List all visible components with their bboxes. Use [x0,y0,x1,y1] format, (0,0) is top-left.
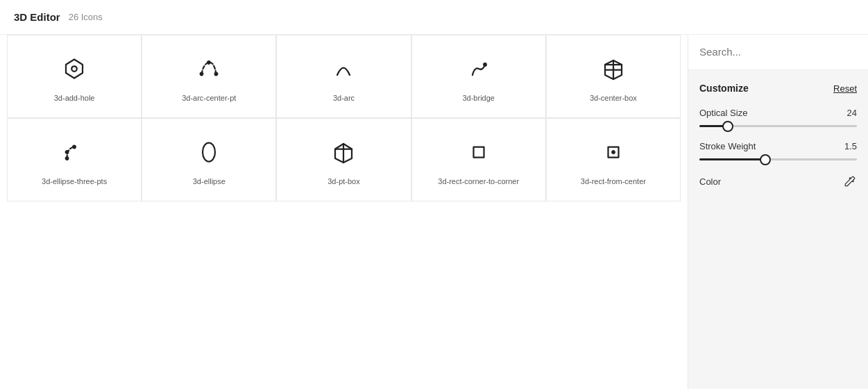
icon-label-3d-center-box: 3d-center-box [590,94,637,102]
3d-add-hole-icon [62,56,87,81]
icon-cell-3d-rect-from-center[interactable]: 3d-rect-from-center [546,118,681,201]
icon-label-3d-bridge: 3d-bridge [462,94,494,102]
search-input[interactable] [699,46,857,58]
svg-point-3 [215,73,218,76]
svg-point-1 [71,66,77,72]
stroke-weight-label: Stroke Weight [699,141,756,151]
svg-point-10 [66,157,69,160]
svg-point-2 [201,73,203,76]
app-header: 3D Editor 26 Icons [0,0,868,35]
customize-panel: Customize Reset Optical Size 24 Stroke W… [688,70,868,389]
color-control: Color [699,174,857,188]
stroke-weight-label-row: Stroke Weight 1.5 [699,141,857,151]
icon-label-3d-arc-center-pt: 3d-arc-center-pt [182,94,236,102]
svg-rect-17 [473,147,484,158]
stroke-weight-slider-thumb[interactable] [760,154,771,165]
icon-label-3d-rect-corner-to-corner: 3d-rect-corner-to-corner [438,177,519,185]
3d-center-box-icon [601,56,626,81]
icon-label-3d-add-hole: 3d-add-hole [54,94,95,102]
optical-size-slider-track[interactable] [699,125,857,127]
app-title: 3D Editor [14,11,60,23]
main-layout: 3d-add-hole 3d-arc-center-pt 3d-arc [0,35,868,389]
icon-cell-3d-pt-box[interactable]: 3d-pt-box [276,118,411,201]
svg-point-5 [484,63,486,66]
icon-count: 26 Icons [69,12,103,22]
optical-size-label: Optical Size [699,108,747,118]
icon-cell-3d-center-box[interactable]: 3d-center-box [546,35,681,118]
optical-size-label-row: Optical Size 24 [699,108,857,118]
icon-cell-3d-rect-corner-to-corner[interactable]: 3d-rect-corner-to-corner [411,118,546,201]
stroke-weight-slider-fill [699,158,765,160]
svg-point-12 [66,151,69,154]
customize-title: Customize [699,83,749,94]
optical-size-control: Optical Size 24 [699,108,857,127]
3d-arc-center-pt-icon [196,56,221,81]
svg-point-19 [612,151,615,154]
3d-arc-icon [331,56,356,81]
optical-size-value: 24 [847,108,857,118]
3d-pt-box-icon [331,140,356,165]
color-label: Color [699,176,721,187]
3d-rect-from-center-icon [601,140,626,165]
reset-button[interactable]: Reset [833,83,857,94]
eyedropper-icon[interactable] [843,174,857,188]
icon-cell-3d-arc-center-pt[interactable]: 3d-arc-center-pt [142,35,276,118]
icon-cell-3d-bridge[interactable]: 3d-bridge [411,35,546,118]
svg-point-4 [207,61,210,64]
customize-header: Customize Reset [699,83,857,94]
icon-label-3d-arc: 3d-arc [333,94,355,102]
3d-bridge-icon [466,56,491,81]
icon-label-3d-rect-from-center: 3d-rect-from-center [581,177,646,185]
3d-rect-corner-to-corner-icon [466,140,491,165]
icon-label-3d-ellipse-three-pts: 3d-ellipse-three-pts [42,177,107,185]
icon-cell-3d-arc[interactable]: 3d-arc [276,35,411,118]
icon-label-3d-ellipse: 3d-ellipse [193,177,225,185]
3d-ellipse-three-pts-icon [62,140,87,165]
icon-grid-area: 3d-add-hole 3d-arc-center-pt 3d-arc [0,35,688,389]
search-area [688,35,868,70]
stroke-weight-value: 1.5 [844,141,857,151]
stroke-weight-slider-track[interactable] [699,158,857,160]
icon-cell-3d-add-hole[interactable]: 3d-add-hole [7,35,142,118]
3d-ellipse-icon [196,140,221,165]
icon-label-3d-pt-box: 3d-pt-box [327,177,359,185]
icon-grid: 3d-add-hole 3d-arc-center-pt 3d-arc [7,35,681,201]
stroke-weight-control: Stroke Weight 1.5 [699,141,857,160]
svg-marker-0 [66,60,83,78]
svg-point-11 [73,146,76,149]
optical-size-slider-thumb[interactable] [722,121,733,132]
icon-cell-3d-ellipse-three-pts[interactable]: 3d-ellipse-three-pts [7,118,142,201]
svg-point-13 [203,143,215,162]
sidebar: Customize Reset Optical Size 24 Stroke W… [688,35,868,389]
icon-cell-3d-ellipse[interactable]: 3d-ellipse [142,118,276,201]
